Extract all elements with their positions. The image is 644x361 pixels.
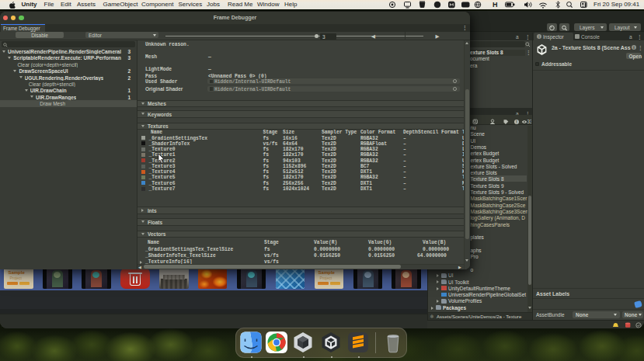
svg-text:!: ! (516, 120, 517, 124)
svg-text:33: 33 (527, 119, 532, 124)
svg-text:H: H (493, 1, 498, 9)
